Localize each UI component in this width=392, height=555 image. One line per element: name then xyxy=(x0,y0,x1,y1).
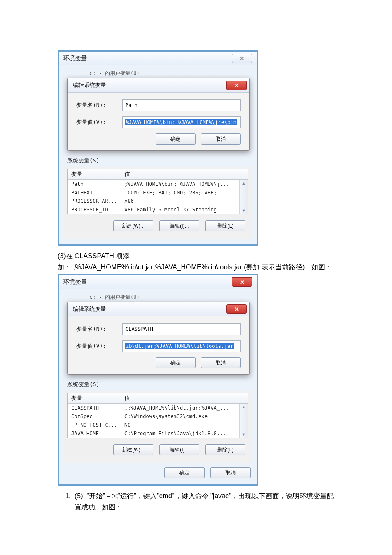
dialog-title: 编辑系统变量 xyxy=(73,81,106,89)
delete-button[interactable]: 删除(L) xyxy=(205,444,245,455)
close-icon[interactable]: ✕ xyxy=(232,54,252,63)
var-value-label: 变量值(V): xyxy=(76,342,122,350)
var-name-input[interactable]: Path xyxy=(122,99,241,111)
cancel-button[interactable]: 取消 xyxy=(201,133,241,145)
table-row: Path;%JAVA_HOME%\bin; %JAVA_HOME%\j... xyxy=(68,180,239,188)
footer-ok-button[interactable]: 确定 xyxy=(164,467,205,478)
var-name-input[interactable]: CLASSPATH xyxy=(122,323,241,335)
sysvars-group-label: 系统变量(S) xyxy=(67,157,251,165)
env-vars-title: 环境变量 xyxy=(63,55,87,62)
step-list: (5): "开始"－>;"运行"，键入"cmd"，键入命令 "javac"，出现… xyxy=(58,491,334,512)
scroll-up-icon[interactable]: ▲ xyxy=(240,180,248,187)
var-name-label: 变量名(N): xyxy=(76,325,122,333)
dialog-close-icon[interactable]: ✕ xyxy=(226,81,247,90)
screenshot-path: 环境变量 ✕ c: · 的用户变量(U) 编辑系统变量 ✕ 变量名(N): Pa… xyxy=(58,50,258,246)
table-row: PATHEXT.COM;.EXE;.BAT;.CMD;.VBS;.VBE;...… xyxy=(68,188,239,197)
edit-sysvar-dialog: 编辑系统变量 ✕ 变量名(N): Path 变量值(V): %JAVA_HOME… xyxy=(67,78,250,151)
table-row: FP_NO_HOST_C...NO xyxy=(68,421,239,429)
user-vars-label: c: · 的用户变量(U) xyxy=(64,291,251,301)
list-header: 变量 值 xyxy=(68,393,248,404)
sysvars-list[interactable]: 变量 值 CLASSPATH.;%JAVA_HOME%\lib\dt.jar;%… xyxy=(67,393,248,438)
scrollbar[interactable]: ▲ ▼ xyxy=(239,180,248,214)
env-vars-title: 环境变量 xyxy=(63,278,87,286)
env-vars-titlebar: 环境变量 ✕ xyxy=(59,275,257,289)
table-row: PROCESSOR_AR...x86 xyxy=(68,197,239,205)
list-item: (5): "开始"－>;"运行"，键入"cmd"，键入命令 "javac"，出现… xyxy=(73,491,334,512)
table-row: JAVA_HOMEC:\Program Files\Java\jdk1.8.0.… xyxy=(68,429,239,438)
scroll-down-icon[interactable]: ▼ xyxy=(240,431,248,438)
edit-sysvar-dialog: 编辑系统变量 ✕ 变量名(N): CLASSPATH 变量值(V): ib\dt… xyxy=(67,302,250,375)
var-value-label: 变量值(V): xyxy=(76,119,122,126)
var-value-input[interactable]: ib\dt.jar;%JAVA_HOME%\lib\tools.jar xyxy=(122,340,241,352)
sysvars-list[interactable]: 变量 值 Path;%JAVA_HOME%\bin; %JAVA_HOME%\j… xyxy=(67,169,248,214)
ok-button[interactable]: 确定 xyxy=(156,357,196,368)
dialog-close-icon[interactable]: ✕ xyxy=(226,304,247,314)
screenshot-classpath: 环境变量 ✕ c: · 的用户变量(U) 编辑系统变量 ✕ 变量名(N): CL… xyxy=(58,274,258,486)
edit-button[interactable]: 编辑(I)... xyxy=(159,444,199,455)
table-row: CLASSPATH.;%JAVA_HOME%\lib\dt.jar;%JAVA_… xyxy=(68,404,239,412)
edit-button[interactable]: 编辑(I)... xyxy=(159,220,199,231)
scroll-down-icon[interactable]: ▼ xyxy=(240,207,248,214)
table-row: ComSpecC:\Windows\system32\cmd.exe xyxy=(68,412,239,421)
sysvars-group-label: 系统变量(S) xyxy=(67,381,251,388)
new-button[interactable]: 新建(W)... xyxy=(113,444,153,455)
instruction-text: (3)在 CLASSPATH 项添 加：.;%JAVA_HOME%\lib\dt… xyxy=(58,251,334,272)
ok-button[interactable]: 确定 xyxy=(156,133,196,145)
user-vars-label: c: · 的用户变量(U) xyxy=(64,67,251,77)
new-button[interactable]: 新建(W)... xyxy=(113,220,153,231)
delete-button[interactable]: 删除(L) xyxy=(205,220,245,231)
footer-cancel-button[interactable]: 取消 xyxy=(210,467,251,478)
scroll-up-icon[interactable]: ▲ xyxy=(240,404,248,410)
dialog-title: 编辑系统变量 xyxy=(73,305,106,313)
var-value-input[interactable]: %JAVA_HOME%\bin; %JAVA_HOME%\jre\bin xyxy=(122,116,241,128)
table-row: PROCESSOR_ID...x86 Family 6 Model 37 Ste… xyxy=(68,205,239,214)
cancel-button[interactable]: 取消 xyxy=(201,357,241,368)
scrollbar[interactable]: ▲ ▼ xyxy=(239,404,248,438)
var-name-label: 变量名(N): xyxy=(76,101,122,109)
close-icon[interactable]: ✕ xyxy=(232,278,252,287)
env-vars-titlebar: 环境变量 ✕ xyxy=(59,52,257,65)
list-header: 变量 值 xyxy=(68,169,248,180)
